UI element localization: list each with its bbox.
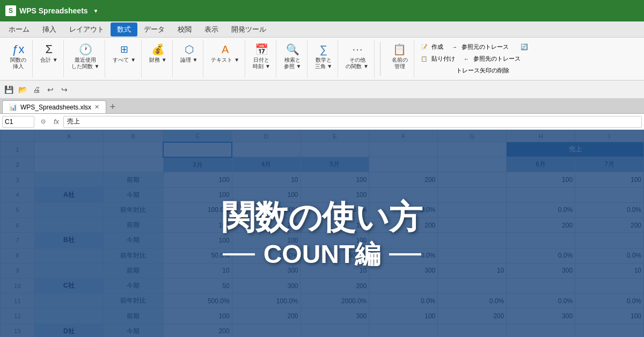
text-icon: A <box>218 42 233 57</box>
insert-function-label: 関数の挿入 <box>10 57 26 70</box>
lookup-icon: 🔍 <box>285 42 300 57</box>
tab-spreadsheet[interactable]: 📊 WPS_Spreadsheets.xlsx ✕ <box>2 100 106 113</box>
ribbon-remove-arrows[interactable]: 🔄 <box>517 42 531 52</box>
ribbon-group-lookup: 🔍 検索と参照 ▼ <box>279 40 308 78</box>
overlay: 関数の使い方 COUNT編 <box>0 130 644 337</box>
ribbon-group-recent: 🕐 最近使用した関数 ▼ <box>66 40 106 78</box>
ribbon-create-btn[interactable]: 作成 <box>428 42 447 52</box>
ribbon-group-name: 📋 名前の管理 <box>386 40 414 78</box>
spreadsheet-container: A B C D E F G H I 1 売上 <box>0 130 644 337</box>
logical-icon: ⬡ <box>181 42 196 57</box>
toolbar-undo[interactable]: ↩ <box>44 83 57 96</box>
ribbon-group-other: ⋯ その他の関数 ▼ <box>340 40 375 78</box>
ribbon-group-datetime: 📅 日付と時刻 ▼ <box>247 40 276 78</box>
ribbon-row-bot: トレース矢印の削除 <box>421 65 531 76</box>
tab-close-btn[interactable]: ✕ <box>94 104 99 111</box>
ribbon-paste-btn[interactable]: 貼り付け <box>428 54 458 64</box>
logical-label: 論理 ▼ <box>180 57 198 63</box>
datetime-icon: 📅 <box>254 42 269 57</box>
app-dropdown-arrow[interactable]: ▼ <box>93 8 99 14</box>
formula-bar: C1 ⊙ fx 売上 <box>0 114 644 130</box>
ribbon-name-manager[interactable]: 📋 名前の管理 <box>389 41 411 71</box>
ribbon-row-mid: 📋 貼り付け ← 参照先のトレース <box>421 54 531 64</box>
ribbon-create-icon: 📝 <box>421 44 427 50</box>
ribbon-group-text: A テキスト ▼ <box>206 40 245 78</box>
formula-dropdown[interactable]: ⊙ <box>36 115 49 128</box>
overlay-line-left <box>223 253 255 255</box>
tab-bar: 📊 WPS_Spreadsheets.xlsx ✕ + <box>0 99 644 114</box>
ribbon-group-logical: ⬡ 論理 ▼ <box>175 40 204 78</box>
logo-icon: S <box>5 5 16 16</box>
menu-bar: ホーム 挿入 レイアウト 数式 データ 校閲 表示 開発ツール <box>0 21 644 38</box>
toolbar-redo[interactable]: ↪ <box>58 83 71 96</box>
datetime-label: 日付と時刻 ▼ <box>253 57 270 70</box>
fx-label: fx <box>52 118 61 126</box>
trace-prec-icon: → <box>452 44 457 50</box>
app-logo: S WPS Spreadsheets ▼ <box>5 5 99 16</box>
ribbon-trace-prec[interactable]: 参照元のトレース <box>458 42 512 52</box>
ribbon-right-section: 📝 作成 → 参照元のトレース 🔄 📋 貼り付け ← 参照先のトレース トレース… <box>416 40 536 78</box>
recent-icon: 🕐 <box>78 42 93 57</box>
recent-label: 最近使用した関数 ▼ <box>71 57 100 70</box>
math-label: 数学と三角 ▼ <box>315 57 333 70</box>
financial-label: 財務 ▼ <box>149 57 167 63</box>
ribbon-group-functions: ƒx 関数の挿入 <box>4 40 33 78</box>
toolbar-print[interactable]: 🖨 <box>30 83 43 96</box>
app-name: WPS Spreadsheets <box>19 6 88 15</box>
overlay-line-right <box>389 253 421 255</box>
ribbon-insert-function[interactable]: ƒx 関数の挿入 <box>8 41 29 71</box>
menu-formula[interactable]: 数式 <box>111 23 137 36</box>
cell-reference[interactable]: C1 <box>2 116 34 128</box>
fx-icon: ƒx <box>11 42 26 57</box>
ribbon-logical[interactable]: ⬡ 論理 ▼ <box>178 41 200 64</box>
other-label: その他の関数 ▼ <box>346 57 369 70</box>
all-icon: ⊞ <box>117 42 132 57</box>
all-label: すべて ▼ <box>113 57 136 63</box>
name-manager-label: 名前の管理 <box>392 57 408 70</box>
ribbon-group-financial: 💰 財務 ▼ <box>144 40 173 78</box>
overlay-title: 関数の使い方 <box>222 197 422 237</box>
ribbon: ƒx 関数の挿入 Σ 合計 ▼ 🕐 最近使用した関数 ▼ ⊞ すべて ▼ 💰 財… <box>0 38 644 80</box>
menu-review[interactable]: 校閲 <box>171 23 198 36</box>
overlay-subtitle-text: COUNT編 <box>264 237 381 272</box>
menu-data[interactable]: データ <box>137 23 171 36</box>
ribbon-math[interactable]: ∑ 数学と三角 ▼ <box>313 41 335 71</box>
menu-home[interactable]: ホーム <box>2 23 36 36</box>
lookup-label: 検索と参照 ▼ <box>284 57 302 70</box>
ribbon-sum[interactable]: Σ 合計 ▼ <box>38 41 60 64</box>
overlay-subtitle: COUNT編 <box>223 237 422 272</box>
other-icon: ⋯ <box>350 42 365 57</box>
sigma-icon: Σ <box>41 42 56 57</box>
formula-input[interactable]: 売上 <box>63 116 642 128</box>
ribbon-trace-dep[interactable]: 参照先のトレース <box>470 54 524 64</box>
menu-layout[interactable]: レイアウト <box>63 23 111 36</box>
toolbar: 💾 📂 🖨 ↩ ↪ <box>0 80 644 99</box>
menu-devtools[interactable]: 開発ツール <box>225 23 273 36</box>
text-label: テキスト ▼ <box>211 57 239 63</box>
tab-icon: 📊 <box>9 104 17 111</box>
financial-icon: 💰 <box>150 42 165 57</box>
ribbon-datetime[interactable]: 📅 日付と時刻 ▼ <box>251 41 273 71</box>
ribbon-group-math: ∑ 数学と三角 ▼ <box>310 40 339 78</box>
ribbon-all[interactable]: ⊞ すべて ▼ <box>111 41 138 64</box>
ribbon-other[interactable]: ⋯ その他の関数 ▼ <box>343 41 371 71</box>
title-bar: S WPS Spreadsheets ▼ <box>0 0 644 21</box>
menu-view[interactable]: 表示 <box>198 23 225 36</box>
name-manager-icon: 📋 <box>392 42 407 57</box>
tab-label: WPS_Spreadsheets.xlsx <box>20 104 91 111</box>
sum-label: 合計 ▼ <box>40 57 58 63</box>
menu-insert[interactable]: 挿入 <box>36 23 63 36</box>
toolbar-save[interactable]: 💾 <box>2 83 15 96</box>
ribbon-recent[interactable]: 🕐 最近使用した関数 ▼ <box>69 41 102 71</box>
ribbon-lookup[interactable]: 🔍 検索と参照 ▼ <box>282 41 304 71</box>
toolbar-open[interactable]: 📂 <box>16 83 29 96</box>
ribbon-remove-arrows-label[interactable]: トレース矢印の削除 <box>453 65 513 76</box>
tab-add-btn[interactable]: + <box>106 100 119 113</box>
ribbon-financial[interactable]: 💰 財務 ▼ <box>147 41 169 64</box>
ribbon-row-top: 📝 作成 → 参照元のトレース 🔄 <box>421 42 531 52</box>
trace-dep-icon: ← <box>464 56 469 62</box>
ribbon-paste-icon: 📋 <box>421 56 427 62</box>
ribbon-text[interactable]: A テキスト ▼ <box>209 41 241 64</box>
ribbon-group-sum: Σ 合計 ▼ <box>35 40 64 78</box>
ribbon-group-all: ⊞ すべて ▼ <box>107 40 142 78</box>
